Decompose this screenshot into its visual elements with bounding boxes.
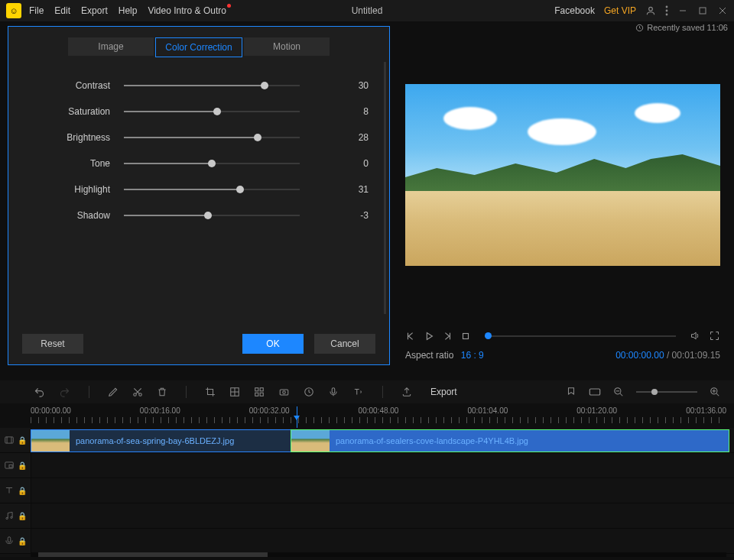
slider-track[interactable] — [124, 189, 300, 190]
speed-icon[interactable] — [304, 387, 314, 397]
progress-thumb[interactable] — [485, 332, 492, 339]
camera-icon[interactable] — [278, 387, 290, 397]
fullscreen-icon[interactable] — [709, 330, 720, 342]
cancel-button[interactable]: Cancel — [314, 334, 375, 354]
voice-track-icon — [4, 536, 15, 546]
close-button[interactable] — [717, 5, 728, 16]
export-icon[interactable] — [401, 387, 412, 397]
slider-highlight: Highlight31 — [22, 184, 375, 195]
slider-thumb[interactable] — [236, 186, 244, 193]
crop-icon[interactable] — [205, 387, 216, 397]
cut-icon[interactable] — [132, 387, 143, 397]
grid-icon[interactable] — [254, 387, 265, 397]
panel-scrollbar[interactable] — [384, 62, 386, 314]
progress-track[interactable] — [485, 335, 676, 337]
slider-track[interactable] — [124, 215, 300, 216]
menu-file[interactable]: File — [29, 5, 44, 16]
lock-icon[interactable]: 🔒 — [18, 512, 27, 520]
svg-rect-18 — [260, 393, 263, 396]
lock-icon[interactable]: 🔒 — [18, 537, 27, 545]
delete-icon[interactable] — [157, 387, 167, 397]
prev-frame-button[interactable] — [405, 331, 416, 342]
slider-tone: Tone0 — [22, 158, 375, 169]
clip-1[interactable]: panorama-of-sea-spring-bay-6BLDEZJ.jpg — [31, 429, 292, 452]
slider-thumb[interactable] — [261, 82, 268, 89]
slider-value: 30 — [323, 80, 369, 91]
ruler-label: 00:00:16.00 — [140, 406, 180, 415]
marker-icon[interactable] — [566, 387, 576, 397]
timeline-scrollbar[interactable] — [31, 552, 726, 557]
svg-line-26 — [620, 393, 623, 397]
more-icon[interactable] — [665, 5, 668, 16]
separator — [89, 386, 89, 398]
timeline-ruler[interactable]: 00:00:00.0000:00:16.0000:00:32.0000:00:4… — [31, 406, 726, 425]
undo-icon[interactable] — [34, 387, 45, 398]
slider-thumb[interactable] — [208, 160, 216, 167]
menu-help[interactable]: Help — [119, 5, 138, 16]
lock-icon[interactable]: 🔒 — [18, 487, 27, 495]
menu-intro-outro[interactable]: Video Intro & Outro — [148, 5, 226, 16]
zoom-thumb[interactable] — [651, 389, 658, 395]
stop-button[interactable] — [460, 331, 471, 342]
svg-point-37 — [11, 516, 12, 518]
svg-rect-19 — [280, 390, 288, 395]
export-button[interactable]: Export — [430, 387, 457, 397]
video-track[interactable]: 🔒 panorama-of-sea-spring-bay-6BLDEZJ.jpg… — [0, 428, 734, 453]
voice-icon[interactable] — [328, 387, 339, 397]
app-logo: ☺ — [6, 3, 21, 18]
slider-thumb[interactable] — [204, 212, 212, 219]
get-vip-link[interactable]: Get VIP — [604, 5, 636, 16]
svg-point-20 — [283, 391, 286, 393]
zoom-slider[interactable] — [636, 391, 697, 393]
audio-track[interactable]: 🔒 — [0, 503, 734, 529]
edit-icon[interactable] — [108, 387, 119, 397]
preview-viewport — [405, 84, 720, 266]
redo-icon[interactable] — [59, 387, 70, 398]
mosaic-icon[interactable] — [229, 387, 240, 397]
slider-value: 31 — [323, 184, 369, 195]
slider-thumb[interactable] — [213, 108, 221, 115]
account-icon[interactable] — [645, 5, 656, 16]
minimize-button[interactable] — [677, 5, 688, 16]
ruler-ticks — [31, 417, 726, 423]
menu-export[interactable]: Export — [81, 5, 108, 16]
zoom-out-icon[interactable] — [613, 387, 624, 397]
facebook-link[interactable]: Facebook — [554, 5, 595, 16]
reset-button[interactable]: Reset — [22, 334, 83, 354]
slider-thumb[interactable] — [254, 134, 261, 141]
voice-track[interactable]: 🔒 — [0, 529, 734, 554]
volume-icon[interactable] — [690, 330, 701, 342]
fit-icon[interactable] — [589, 387, 601, 397]
slider-track[interactable] — [124, 85, 300, 86]
menu-edit[interactable]: Edit — [54, 5, 70, 16]
slider-value: 0 — [323, 158, 369, 169]
time-current: 00:00:00.00 — [615, 350, 664, 361]
tab-image[interactable]: Image — [68, 37, 154, 56]
lock-icon[interactable]: 🔒 — [18, 461, 27, 470]
slider-track[interactable] — [124, 163, 300, 164]
tab-motion[interactable]: Motion — [244, 37, 330, 56]
slider-label: Highlight — [22, 184, 124, 195]
next-frame-button[interactable] — [442, 331, 453, 342]
slider-label: Contrast — [22, 80, 124, 91]
text-to-speech-icon[interactable] — [352, 387, 364, 397]
aspect-ratio-label: Aspect ratio 16 : 9 — [405, 350, 484, 361]
ok-button[interactable]: OK — [242, 334, 304, 354]
play-button[interactable] — [424, 331, 434, 342]
maximize-button[interactable] — [697, 5, 708, 16]
slider-track[interactable] — [124, 137, 300, 138]
beach-shape — [405, 191, 720, 266]
pip-track[interactable]: 🔒 — [0, 453, 734, 478]
cloud-icon — [528, 118, 596, 145]
scrollbar-thumb[interactable] — [38, 552, 268, 557]
svg-rect-11 — [463, 333, 469, 338]
slider-contrast: Contrast30 — [22, 80, 375, 91]
slider-value: 28 — [323, 132, 369, 143]
clip-2[interactable]: panorama-of-sealers-cove-landscape-P4YHL… — [291, 429, 729, 452]
slider-track[interactable] — [124, 111, 300, 112]
tab-color-correction[interactable]: Color Correction — [155, 37, 242, 57]
zoom-in-icon[interactable] — [710, 387, 720, 397]
lock-icon[interactable]: 🔒 — [18, 436, 27, 445]
text-track[interactable]: 🔒 — [0, 478, 734, 503]
aspect-ratio-value[interactable]: 16 : 9 — [461, 350, 484, 361]
